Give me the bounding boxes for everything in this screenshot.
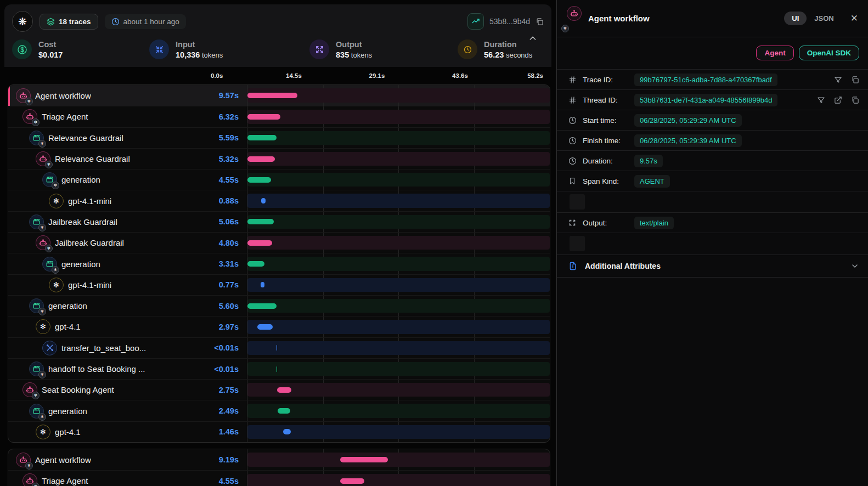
field-label: Span Kind: (583, 177, 634, 185)
openai-mini-badge-icon: ✻ (38, 371, 46, 378)
span-row-agent-workflow[interactable]: ✻Agent workflow9.57s (8, 85, 550, 106)
dollar-circle-icon (12, 39, 32, 59)
traces-count-badge[interactable]: 18 traces (40, 14, 98, 30)
openai-mini-badge-icon: ✻ (38, 224, 46, 231)
close-icon[interactable]: ✕ (850, 13, 858, 24)
span-bar (278, 408, 291, 414)
span-badges-row: Agent OpenAI SDK (557, 37, 868, 69)
guardrail-icon: ✻ (29, 404, 44, 419)
span-track (247, 236, 550, 250)
span-row-generation[interactable]: ✻generation2.49s (8, 400, 550, 421)
expand-icon (568, 219, 583, 227)
copy-icon[interactable] (536, 18, 544, 26)
span-row-gpt-4-1-mini[interactable]: ✻gpt-4.1-mini0.88s (8, 190, 550, 211)
field-row-thread-id-: Thread ID:53b87631-de7f-431a-a049-48556f… (557, 89, 868, 110)
trending-up-icon (471, 17, 480, 26)
span-row-triage-agent[interactable]: ✻Triage Agent6.32s (8, 106, 550, 127)
clock-icon (568, 157, 583, 165)
span-bar (283, 429, 291, 434)
span-label: generation (48, 301, 87, 310)
span-bar (247, 177, 271, 183)
span-row-agent-workflow[interactable]: ✻Agent workflow9.19s (8, 449, 550, 470)
field-value[interactable]: 53b87631-de7f-431a-a049-48556f899b4d (634, 94, 777, 106)
span-label: generation (48, 406, 87, 416)
span-row-triage-agent[interactable]: ✻Triage Agent4.55s (8, 470, 550, 486)
span-row-relevance-guardrail[interactable]: ✻Relevance Guardrail5.59s (8, 127, 550, 148)
robot-icon: ✻ (567, 6, 582, 31)
span-track (247, 131, 550, 145)
additional-attributes-label: Additional Attributes (585, 262, 661, 270)
robot-icon: ✻ (22, 473, 37, 486)
axis-tick: 58.2s (527, 72, 543, 79)
span-label: Agent workflow (35, 455, 91, 465)
openai-mini-badge-icon: ✻ (45, 245, 53, 252)
field-label: Duration: (583, 157, 634, 165)
span-duration: 5.32s (211, 149, 240, 169)
span-row-handoff-to-seat-booking-[interactable]: ✻handoff to Seat Booking ...<0.01s (8, 358, 550, 379)
span-bar (247, 114, 280, 120)
field-value[interactable]: 06/28/2025, 05:29:39 AM UTC (634, 134, 742, 147)
hash-icon (568, 96, 583, 104)
span-timeline-cell (247, 380, 550, 400)
span-track (247, 152, 550, 166)
span-row-relevance-guardrail[interactable]: ✻Relevance Guardrail5.32s (8, 148, 550, 169)
span-timeline-cell (247, 149, 550, 169)
agent-badge[interactable]: Agent (756, 46, 793, 60)
axis-tick: 14.5s (286, 72, 302, 79)
field-value[interactable]: 99b76797-51c6-adba-7d88-a470367fbadf (634, 74, 777, 86)
span-track (247, 404, 550, 417)
span-track (247, 362, 550, 376)
span-row-generation[interactable]: ✻generation3.31s (8, 253, 550, 274)
span-bar (340, 457, 388, 462)
metric-label: Output (336, 40, 372, 49)
span-row-transfer-to-seat-boo-[interactable]: transfer_to_seat_boo...<0.01s (8, 337, 550, 358)
span-duration: 0.77s (211, 275, 240, 295)
openai-sdk-badge[interactable]: OpenAI SDK (799, 46, 859, 60)
copy-icon[interactable] (851, 96, 859, 104)
robot-icon: ✻ (22, 382, 37, 397)
span-duration: 4.80s (211, 233, 240, 253)
span-row-gpt-4-1[interactable]: ✻gpt-4.12.97s (8, 316, 550, 337)
span-timeline-cell (247, 400, 550, 421)
additional-attributes-row[interactable]: Additional Attributes (557, 255, 868, 278)
tab-json[interactable]: JSON (810, 12, 838, 25)
span-bar (257, 324, 273, 330)
span-track (247, 215, 550, 229)
span-timeline-cell (247, 85, 550, 106)
span-row-jailbreak-guardrail[interactable]: ✻Jailbreak Guardrail4.80s (8, 232, 550, 253)
span-label: gpt-4.1 (55, 427, 81, 437)
filter-icon[interactable] (834, 76, 842, 84)
span-row-generation[interactable]: ✻generation5.60s (8, 295, 550, 316)
guardrail-icon: ✻ (29, 214, 44, 229)
metric-value: 56.23 seconds (484, 50, 532, 59)
field-actions (834, 76, 859, 84)
copy-icon[interactable] (851, 76, 859, 84)
span-row-jailbreak-guardrail[interactable]: ✻Jailbreak Guardrail5.06s (8, 211, 550, 232)
metrics-row: Cost$0.017Input10,336 tokensOutput835 to… (12, 39, 544, 59)
span-timeline-cell (247, 212, 550, 232)
span-row-seat-booking-agent[interactable]: ✻Seat Booking Agent2.75s (8, 379, 550, 400)
guardrail-icon: ✻ (29, 131, 44, 145)
span-timeline-cell (247, 338, 550, 358)
field-value[interactable]: 9.57s (634, 155, 663, 167)
external-link-icon[interactable] (834, 96, 842, 104)
field-row-finish-time-: Finish time:06/28/2025, 05:29:39 AM UTC (557, 130, 868, 150)
field-value[interactable]: 06/28/2025, 05:29:29 AM UTC (634, 114, 742, 127)
chevron-up-icon[interactable] (528, 34, 537, 43)
tab-ui[interactable]: UI (784, 12, 807, 25)
span-timeline-cell (247, 317, 550, 337)
span-row-generation[interactable]: ✻generation4.55s (8, 169, 550, 190)
span-label: handoff to Seat Booking ... (48, 364, 145, 374)
span-label: gpt-4.1-mini (68, 280, 111, 290)
openai-icon: ✻ (36, 425, 50, 439)
filter-icon[interactable] (817, 96, 825, 104)
span-row-gpt-4-1[interactable]: ✻gpt-4.11.46s (8, 421, 550, 442)
field-value[interactable]: text/plain (634, 217, 674, 229)
span-row-gpt-4-1-mini[interactable]: ✻gpt-4.1-mini0.77s (8, 274, 550, 295)
span-timeline-cell (247, 449, 550, 470)
trace-group: ✻Agent workflow9.19s✻Triage Agent4.55s (8, 449, 550, 486)
collapsed-content-placeholder (557, 233, 868, 254)
field-value[interactable]: AGENT (634, 175, 670, 188)
chart-view-button[interactable] (467, 13, 484, 30)
clock-icon (111, 18, 120, 26)
